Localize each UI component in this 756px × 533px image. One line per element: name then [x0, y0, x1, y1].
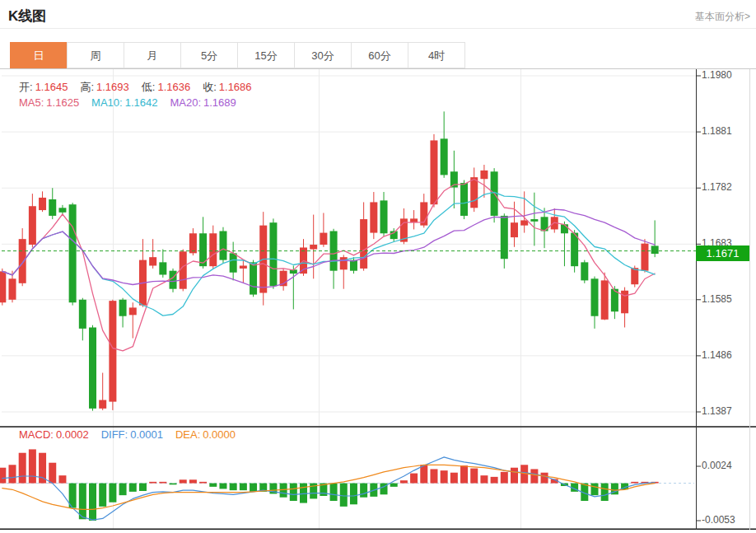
macd-histogram-bar: [250, 484, 257, 492]
legend-label: MA5:: [19, 96, 44, 109]
tab-5分[interactable]: 5分: [180, 42, 238, 68]
macd-histogram-bar: [330, 484, 338, 501]
tab-60分[interactable]: 60分: [351, 42, 408, 68]
legend-label: DEA:: [175, 428, 200, 441]
candle-body: [320, 233, 327, 245]
legend-label: MA20:: [170, 96, 201, 109]
candle-body: [170, 271, 177, 289]
legend-value: 1.1642: [125, 96, 158, 109]
ma5-line: [2, 180, 655, 351]
macd-tick-label: -0.0053: [702, 514, 735, 526]
tab-月[interactable]: 月: [124, 42, 181, 68]
tab-周[interactable]: 周: [67, 42, 124, 68]
macd-histogram-bar: [180, 479, 187, 483]
macd-histogram-bar: [99, 484, 106, 507]
candle-body: [370, 202, 377, 232]
ma-legend: MA5:1.1625MA10:1.1642MA20:1.1689: [19, 96, 249, 109]
legend-value: 0.0001: [130, 428, 163, 441]
legend-label: MA10:: [91, 96, 123, 109]
candle-body: [79, 300, 86, 329]
candle-body: [69, 204, 77, 302]
tab-4时[interactable]: 4时: [408, 42, 465, 68]
ohlc-readout: 开:1.1645高:1.1693低:1.1636收:1.1686: [19, 80, 264, 95]
candle-body: [119, 300, 127, 316]
macd-histogram-bar: [129, 484, 137, 492]
header-divider: [0, 28, 756, 29]
tab-15分[interactable]: 15分: [237, 42, 295, 68]
macd-tick-label: 0.0024: [702, 460, 732, 471]
macd-chart[interactable]: [0, 426, 756, 530]
candle-body: [340, 257, 348, 269]
legend-label: MACD:: [19, 428, 54, 441]
legend-value: 1.1686: [219, 81, 252, 93]
macd-histogram-bar: [0, 468, 6, 484]
candle-body: [380, 200, 388, 233]
candle-body: [99, 400, 106, 409]
macd-histogram-bar: [170, 484, 177, 485]
macd-histogram-bar: [49, 463, 56, 484]
candle-body: [520, 220, 528, 225]
macd-histogram-bar: [511, 468, 518, 484]
macd-histogram-bar: [430, 469, 437, 483]
macd-histogram-bar: [199, 482, 207, 484]
page-title: K线图: [8, 7, 46, 26]
macd-histogram-bar: [530, 469, 538, 483]
macd-histogram-bar: [591, 484, 599, 496]
macd-histogram-bar: [290, 484, 297, 501]
candle-body: [8, 278, 16, 299]
candle-body: [29, 206, 36, 245]
tab-30分[interactable]: 30分: [294, 42, 352, 68]
legend-value: 1.1645: [35, 81, 68, 93]
price-tick-label: 1.1387: [702, 405, 732, 417]
macd-histogram-bar: [631, 482, 638, 484]
legend-value: 0.0002: [56, 428, 89, 441]
price-tick-label: 1.1486: [702, 349, 732, 361]
macd-histogram-bar: [541, 473, 548, 484]
candle-body: [591, 278, 599, 316]
macd-histogram-bar: [410, 474, 418, 484]
legend-value: 1.1689: [203, 96, 236, 109]
macd-histogram-bar: [280, 484, 287, 498]
candle-body: [641, 244, 648, 271]
fundamental-analysis-link[interactable]: 基本面分析>: [695, 10, 750, 24]
macd-histogram-bar: [460, 465, 468, 483]
legend-label: 高:: [80, 81, 94, 93]
macd-histogram-bar: [360, 484, 367, 498]
candle-body: [501, 216, 508, 259]
candle-body: [571, 233, 578, 267]
macd-histogram-bar: [89, 484, 96, 521]
macd-legend: MACD:0.0002DIFF:0.0001DEA:0.0000: [19, 428, 248, 441]
candle-body: [189, 233, 197, 253]
candle-body: [39, 198, 46, 210]
macd-histogram-bar: [601, 484, 609, 501]
candle-body: [511, 222, 518, 237]
macd-histogram-bar: [58, 475, 66, 483]
macd-histogram-bar: [19, 453, 26, 484]
macd-histogram-bar: [350, 484, 357, 505]
candle-body: [129, 307, 137, 315]
candle-body: [631, 268, 638, 284]
candle-body: [310, 245, 317, 250]
candle-body: [250, 262, 257, 294]
legend-value: 0.0000: [203, 428, 236, 441]
macd-histogram-bar: [8, 465, 16, 483]
candle-body: [240, 265, 247, 268]
macd-histogram-bar: [149, 482, 156, 484]
candle-body: [470, 177, 478, 208]
candle-body: [480, 171, 488, 179]
macd-histogram-bar: [300, 484, 307, 503]
macd-histogram-bar: [159, 482, 166, 484]
candle-body: [58, 208, 66, 213]
candlestick-chart[interactable]: [0, 69, 756, 426]
tab-日[interactable]: 日: [10, 42, 68, 68]
macd-histogram-bar: [119, 484, 127, 496]
candle-body: [360, 219, 367, 269]
candle-body: [441, 138, 448, 175]
candle-body: [159, 262, 166, 274]
macd-histogram-bar: [139, 484, 147, 491]
macd-histogram-bar: [29, 449, 36, 483]
macd-histogram-bar: [470, 469, 478, 484]
macd-histogram-bar: [450, 473, 458, 484]
current-price-badge: 1.1671: [696, 245, 749, 261]
candle-body: [180, 251, 187, 288]
